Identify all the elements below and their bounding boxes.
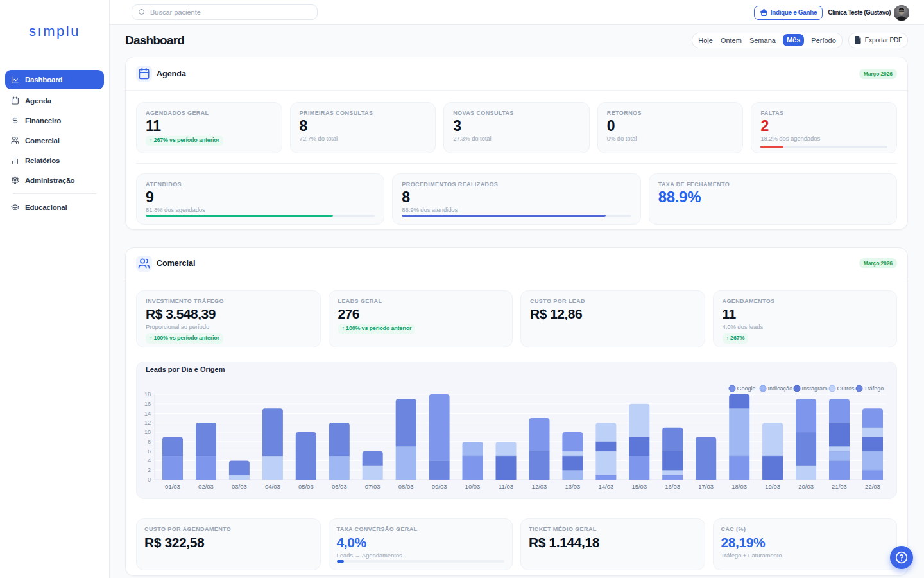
svg-text:14/03: 14/03 xyxy=(599,483,614,490)
svg-text:22/03: 22/03 xyxy=(865,483,880,490)
svg-text:21/03: 21/03 xyxy=(832,483,847,490)
svg-text:03/03: 03/03 xyxy=(232,483,247,490)
svg-text:4: 4 xyxy=(148,457,151,464)
svg-text:Leads por Dia e Origem: Leads por Dia e Origem xyxy=(146,365,225,373)
svg-text:01/03: 01/03 xyxy=(165,483,180,490)
svg-text:08/03: 08/03 xyxy=(398,483,414,490)
svg-text:18/03: 18/03 xyxy=(732,483,747,490)
svg-text:12: 12 xyxy=(144,419,151,426)
svg-text:07/03: 07/03 xyxy=(365,483,381,490)
svg-text:11/03: 11/03 xyxy=(499,483,513,490)
svg-text:18: 18 xyxy=(144,391,151,398)
svg-text:0: 0 xyxy=(148,477,151,483)
svg-text:14: 14 xyxy=(144,410,151,417)
svg-text:05/03: 05/03 xyxy=(298,483,314,490)
svg-text:06/03: 06/03 xyxy=(332,483,347,490)
svg-text:12/03: 12/03 xyxy=(532,483,547,490)
svg-text:Indicação: Indicação xyxy=(768,385,793,392)
svg-text:20/03: 20/03 xyxy=(798,483,814,490)
svg-text:2: 2 xyxy=(148,467,151,473)
svg-text:10: 10 xyxy=(144,429,151,435)
svg-text:Tráfego: Tráfego xyxy=(864,385,884,392)
svg-text:19/03: 19/03 xyxy=(765,483,780,490)
svg-text:Instagram: Instagram xyxy=(802,385,828,392)
svg-text:04/03: 04/03 xyxy=(265,483,280,490)
svg-text:10/03: 10/03 xyxy=(465,483,481,490)
svg-text:Outros: Outros xyxy=(837,385,855,392)
svg-text:13/03: 13/03 xyxy=(565,483,581,490)
svg-text:16/03: 16/03 xyxy=(665,483,680,490)
svg-text:17/03: 17/03 xyxy=(698,483,714,490)
svg-text:6: 6 xyxy=(148,448,151,455)
svg-text:15/03: 15/03 xyxy=(631,483,647,490)
svg-text:Google: Google xyxy=(737,385,756,392)
svg-text:16: 16 xyxy=(144,401,151,407)
svg-text:02/03: 02/03 xyxy=(198,483,214,490)
svg-text:09/03: 09/03 xyxy=(432,483,447,490)
svg-text:8: 8 xyxy=(148,439,151,445)
